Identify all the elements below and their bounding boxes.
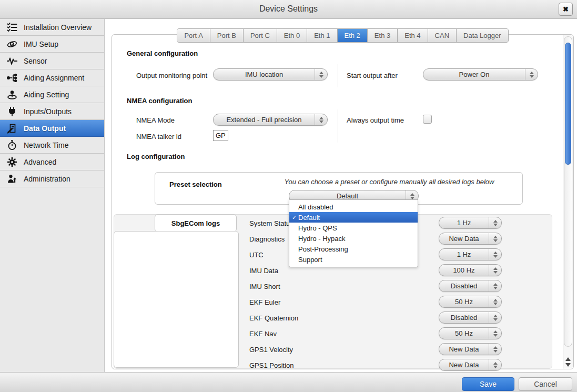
node-tree-icon [6,72,18,84]
preset-option-default[interactable]: ✓Default [289,212,418,223]
tab-eth-0[interactable]: Eth 0 [277,29,307,42]
log-rate-select-ekf-nav[interactable]: 50 Hz [439,327,502,339]
sidebar-item-label: Installation Overview [24,23,92,32]
nmea-talker-id-label: NMEA talker id [136,133,181,140]
spinner-icon [525,69,538,80]
menu-option-label: Default [298,214,320,222]
sidebar-item-network-time[interactable]: Network Time [0,137,104,154]
output-monitoring-point-select[interactable]: IMU location [213,68,328,81]
location-pin-icon [6,89,18,100]
start-output-after-select[interactable]: Power On [423,68,538,81]
log-row-label: EKF Nav [249,330,277,338]
sidebar-item-installation-overview[interactable]: Installation Overview [0,19,104,36]
close-icon[interactable]: ✖ [559,3,573,16]
select-value: New Data [439,359,489,370]
preset-option-all-disabled[interactable]: All disabled [289,202,418,212]
sidebar-item-aiding-assignment[interactable]: Aiding Assignment [0,69,104,86]
select-value: New Data [439,233,489,244]
stopwatch-icon [6,139,18,151]
select-value: New Data [439,344,489,355]
tab-data-logger[interactable]: Data Logger [457,29,508,42]
tab-port-b[interactable]: Port B [210,29,244,42]
menu-option-label: Hydro - QPS [298,224,337,232]
tab-bar: Port APort BPort CEth 0Eth 1Eth 2Eth 3Et… [112,28,574,43]
select-value: 1 Hz [439,249,489,260]
sidebar-item-label: Aiding Setting [24,91,69,99]
sidebar-item-label: Data Output [24,124,66,133]
log-rate-select-imu-data[interactable]: 100 Hz [439,264,502,276]
select-value: Disabled [439,280,489,292]
menu-option-label: Support [298,256,322,264]
preset-dropdown-menu: All disabled✓DefaultHydro - QPSHydro - H… [289,199,418,267]
plug-icon [6,106,18,117]
document-pencil-icon [6,123,18,134]
scroll-down-arrow-icon[interactable] [565,363,571,367]
preset-option-post-processing[interactable]: Post-Processing [289,244,418,254]
device-settings-dialog: Device Settings ✖ Installation OverviewI… [0,0,577,392]
sidebar-item-sensor[interactable]: Sensor [0,53,104,69]
sidebar-item-label: Aiding Assignment [24,74,84,82]
log-rate-select-imu-short[interactable]: Disabled [439,280,502,292]
tab-eth-2[interactable]: Eth 2 [338,29,368,42]
tab-eth-3[interactable]: Eth 3 [368,29,398,42]
sidebar-item-administration[interactable]: Administration [0,170,104,187]
menu-option-label: Post-Processing [298,245,348,253]
tab-port-c[interactable]: Port C [244,29,277,42]
preset-selection-label: Preset selection [169,180,222,188]
sidebar-item-advanced[interactable]: Advanced [0,154,104,170]
select-value: Extended - Full precision [214,114,315,125]
nmea-mode-select[interactable]: Extended - Full precision [213,114,328,126]
check-icon: ✓ [289,214,298,221]
scrollbar-thumb[interactable] [565,43,571,165]
sidebar-item-inputs-outputs[interactable]: Inputs/Outputs [0,103,104,120]
scrollbar[interactable] [563,35,573,369]
log-rate-select-utc[interactable]: 1 Hz [439,248,502,260]
general-configuration-heading: General configuration [127,49,198,57]
tab-eth-4[interactable]: Eth 4 [398,29,428,42]
always-output-time-label: Always output time [347,116,404,124]
preset-option-support[interactable]: Support [289,254,418,265]
scrollbar-track[interactable] [564,36,572,347]
sidebar-item-label: Inputs/Outputs [24,107,72,116]
scrollbar-arrows [563,357,573,367]
spinner-icon [489,249,501,260]
footer-bar: Save Cancel [0,372,577,392]
log-row-label: GPS1 Velocity [249,346,293,354]
menu-option-label: Hydro - Hypack [298,235,346,243]
log-rate-select-ekf-euler[interactable]: 50 Hz [439,296,502,308]
always-output-time-checkbox[interactable] [423,115,432,124]
log-rate-select-diagnostics[interactable]: New Data [439,233,502,245]
spinner-icon [489,328,501,339]
column-divider [338,64,338,87]
user-upload-icon [6,173,18,185]
window-title: Device Settings [0,4,577,14]
log-row-label: System Status [249,219,293,227]
tab-port-a[interactable]: Port A [177,29,210,42]
select-value: 50 Hz [439,328,489,339]
sidebar-item-aiding-setting[interactable]: Aiding Setting [0,86,104,103]
spinner-icon [489,233,501,244]
tab-eth-1[interactable]: Eth 1 [307,29,337,42]
preset-option-hydro-hypack[interactable]: Hydro - Hypack [289,233,418,244]
sidebar-item-imu-setup[interactable]: IMU Setup [0,36,104,53]
log-rate-select-system-status[interactable]: 1 Hz [439,217,502,229]
log-rate-select-gps1-velocity[interactable]: New Data [439,343,502,355]
spinner-icon [489,280,501,292]
preset-option-hydro-qps[interactable]: Hydro - QPS [289,223,418,233]
log-rate-select-ekf-quaternion[interactable]: Disabled [439,311,502,324]
nmea-talker-id-input[interactable] [213,130,228,141]
log-rate-select-gps1-position[interactable]: New Data [439,359,502,371]
sidebar-item-label: Administration [24,175,70,183]
sidebar-item-data-output[interactable]: Data Output [0,120,104,137]
log-row-label: Diagnostics [249,235,285,243]
sbgecom-logs-header-box: SbgECom logs [155,214,237,232]
spinner-icon [489,217,501,228]
select-value: Power On [423,69,525,80]
gyroscope-icon [6,38,18,50]
cancel-button[interactable]: Cancel [519,377,572,391]
scroll-up-arrow-icon[interactable] [565,357,571,361]
tab-can[interactable]: CAN [428,29,457,42]
save-button[interactable]: Save [462,377,514,391]
start-output-after-label: Start output after [347,72,398,79]
select-value: 50 Hz [439,296,489,307]
